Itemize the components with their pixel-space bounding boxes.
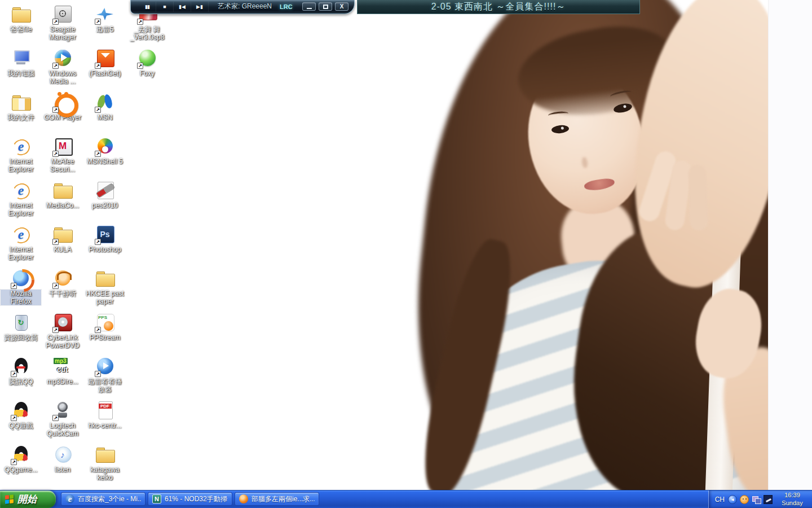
pause-button[interactable]: ▮▮ [139,2,156,12]
desktop-icon-label: McAfee Securi... [42,157,83,173]
qqgame-icon: ↗ [11,445,31,464]
desktop-icon-label: CyberLink PowerDVD [42,334,83,349]
desktop-icon-pes2010[interactable]: pes2010 [85,181,125,209]
desktop-icon-qq-[interactable]: ↗ QQ遊戲 [1,401,41,430]
desktop-icon-qqgame-[interactable]: ↗ QQgame... [1,445,41,474]
desktop-icon-mp3dire-[interactable]: mp3 cut mp3Dire... [42,357,83,386]
desktop-icon-foxy[interactable]: ↗ Foxy [127,49,167,77]
desktop-icon-hkcee-past-paper[interactable]: HKCEE past paper [85,269,125,305]
desktop-icon--file[interactable]: 爸爸file [1,5,41,33]
desktop-icon--[interactable]: ↻ 資源回收筒 [1,313,41,341]
lyrics-bar-window[interactable]: 2-05 東西南北 ～全員集合!!!!～ [357,0,640,14]
shortcut-arrow-icon: ↗ [95,371,101,377]
shortcut-arrow-icon: ↗ [11,283,17,289]
taskbar: 開始 e 百度搜索_3个ie - Mi... N 61% - NOD32手動掃.… [0,490,812,508]
lrc-button[interactable]: LRC [280,3,293,10]
shortcut-arrow-icon: ↗ [52,63,59,69]
flashget-tray-icon[interactable] [764,495,773,504]
display-properties-tray-icon[interactable] [752,495,761,504]
taskbar-task-label: 百度搜索_3个ie - Mi... [78,494,141,504]
ie-icon: e [11,225,31,244]
desktop-icon-logitech-quickcam[interactable]: ↗ Logitech QuickCam [42,401,83,437]
desktop-icon-msnshell-5[interactable]: ↗ MSNShell 5 [85,137,125,165]
desktop-icon-label: MediaCo... [46,202,80,209]
shortcut-arrow-icon: ↗ [52,239,59,245]
desktop-icon-seagate-manager[interactable]: ↗ Seagate Manager [42,5,83,41]
taskbar-task-label: 61% - NOD32手動掃... [165,494,228,504]
ie-icon: e [11,137,31,156]
shortcut-arrow-icon: ↗ [52,107,59,113]
desktop-icon-photoshop[interactable]: Ps ↗ Photoshop [85,225,125,253]
shortcut-arrow-icon: ↗ [95,19,101,25]
qq-tray-icon[interactable] [740,495,749,504]
desktop-icon-label: MSNShell 5 [86,157,123,165]
desktop-icon-internet-explorer[interactable]: e Internet Explorer [1,137,41,173]
shortcut-arrow-icon: ↗ [137,63,143,69]
desktop-icon-label: QQgame... [4,466,38,474]
desktop-icon-label: Photoshop [88,246,121,253]
thunder-icon: ↗ [95,5,115,24]
music-icon: ♪ [52,445,73,464]
ie-task-icon: e [65,494,74,503]
desktop-icon--[interactable]: 我的文件 [1,93,41,121]
desktop-icon--[interactable]: 我的電腦 [1,49,41,77]
webcam-icon: ↗ [52,401,73,420]
desktop-icon-label: Foxy [139,69,155,77]
desktop-icon-mozilla-firefox[interactable]: ↗ Mozilla Firefox [1,269,41,305]
recycle-icon: ↻ [11,313,31,332]
desktop-icon-internet-explorer[interactable]: e Internet Explorer [1,181,41,217]
pdf-icon: PDF [95,401,115,420]
desktop-icon-mediaco-[interactable]: MediaCo... [42,181,83,209]
shortcut-arrow-icon: ↗ [137,19,143,25]
folder-icon [95,445,115,464]
desktop-icon-internet-explorer[interactable]: e Internet Explorer [1,225,41,261]
desktop-icon-label: 迅雷看看播放器 [85,378,125,393]
desktop-icon--flashget-[interactable]: ↗ (FlashGet) [85,49,125,77]
desktop-icon-label: PPStream [89,334,121,341]
desktop-icon-cyberlink-powerdvd[interactable]: ↗ CyberLink PowerDVD [42,313,83,349]
desktop-icon-ppstream[interactable]: PPS ↗ PPStream [85,313,125,341]
msn-icon: ↗ [95,93,115,112]
taskbar-clock[interactable]: 16:39 Sunday [778,492,807,507]
desktop-icon-mcafee-securi-[interactable]: M ↗ McAfee Securi... [42,137,83,173]
desktop-icon-kula[interactable]: ↗ KULA [42,225,83,253]
music-player-window[interactable]: ▮▮ ■ ▮◀ ▶▮ 艺术家: GReeeeN LRC X [130,0,355,14]
minimize-button[interactable] [302,2,316,11]
language-indicator[interactable]: CH [715,496,725,503]
desktop-icon--[interactable]: ↗ 迅雷看看播放器 [85,357,125,393]
next-button[interactable]: ▶▮ [191,2,209,12]
kankan-icon: ↗ [95,357,115,376]
desktop-icon-katagawa-keiko[interactable]: katagawa keiko [85,445,125,481]
desktop-icon--[interactable]: ↗ 千千静听 [42,269,83,297]
shortcut-arrow-icon: ↗ [95,327,101,333]
hidden-icons-chevron[interactable]: ◀ [728,495,737,504]
maximize-icon [323,5,328,9]
desktop-icon-label: 爸爸file [9,25,32,33]
maximize-button[interactable] [319,2,332,11]
desktop-icon--5[interactable]: ↗ 迅雷5 [85,5,125,33]
start-button[interactable]: 開始 [0,491,56,508]
shortcut-arrow-icon: ↗ [52,151,59,157]
desktop-icon-label: Internet Explorer [1,246,41,261]
desktop-icon-listen[interactable]: ♪ listen [42,445,83,474]
stop-button[interactable]: ■ [156,2,174,12]
previous-button[interactable]: ▮◀ [174,2,191,12]
folder-icon [52,181,73,200]
desktop-icon-msn[interactable]: ↗ MSN [85,93,125,121]
desktop-icon-hkc-centr-[interactable]: PDF hkc-centr... [85,401,125,430]
taskbar-task-button[interactable]: 部腦多左兩個ie...求... [235,492,319,506]
desktop-icon-gom-player[interactable]: ↗ GOM Player [42,93,83,121]
qqgame-icon: ↗ [11,401,31,420]
taskbar-task-button[interactable]: e 百度搜索_3个ie - Mi... [61,492,145,506]
desktop-icon-label: 迅雷5 [96,25,114,33]
fx-task-icon [239,494,248,503]
close-button[interactable]: X [335,2,348,11]
desktop-icon--qq[interactable]: ↗ 騰訊QQ [1,357,41,386]
desktop-icon-windows-media-[interactable]: ↗ Windows Media ... [42,49,83,85]
seagate-icon: ↗ [52,5,73,24]
shortcut-arrow-icon: ↗ [95,107,101,113]
shortcut-arrow-icon: ↗ [11,371,17,377]
wmp-icon: ↗ [52,49,73,68]
taskbar-task-button[interactable]: N 61% - NOD32手動掃... [148,492,232,506]
desktop-icon-label: 騰訊QQ [8,378,34,386]
